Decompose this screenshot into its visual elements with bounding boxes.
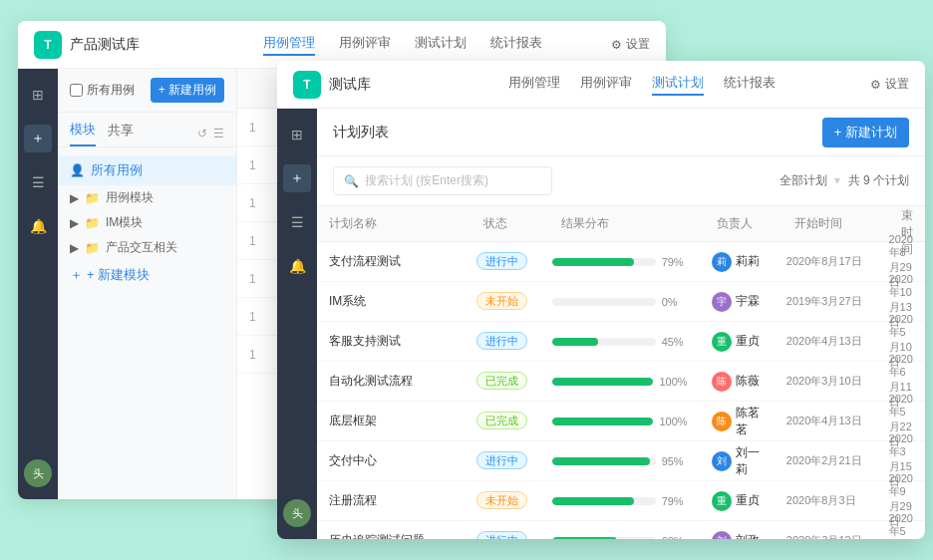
- plan-owner: 刘 刘政: [700, 531, 775, 540]
- owner-name: 莉莉: [736, 253, 760, 270]
- progress-pct: 79%: [662, 495, 688, 507]
- progress-bar-fill: [552, 418, 654, 425]
- folder-icon-2: 📁: [85, 216, 100, 230]
- back-user-avatar[interactable]: 头: [24, 459, 52, 487]
- plan-row[interactable]: 自动化测试流程 已完成 100% 陈 陈薇 2020年3月10日 2020年6月…: [317, 362, 925, 402]
- back-nav-tabs: 用例管理 用例评审 测试计划 统计报表: [193, 34, 611, 56]
- tree-group-im[interactable]: ▶ 📁 IM模块: [58, 210, 236, 235]
- folder-icon: 📁: [85, 191, 100, 205]
- front-sidebar-list[interactable]: ☰: [283, 208, 311, 236]
- tree-group-product[interactable]: ▶ 📁 产品交互相关: [58, 235, 236, 260]
- plan-name: 客服支持测试: [317, 333, 465, 350]
- all-cases-check[interactable]: 所有用例: [70, 82, 135, 99]
- back-logo-area: T 产品测试库: [34, 31, 193, 59]
- new-module-btn[interactable]: ＋ + 新建模块: [58, 260, 236, 290]
- plan-table-header: 计划名称 状态 结果分布 负责人 开始时间 结束时间: [317, 206, 925, 242]
- back-tab-stats[interactable]: 统计报表: [490, 34, 542, 56]
- back-tab-case-mgmt[interactable]: 用例管理: [263, 34, 315, 56]
- plan-start: 2020年2月21日: [775, 453, 877, 468]
- refresh-icon[interactable]: ↺: [197, 127, 207, 140]
- pth-start: 开始时间: [782, 215, 889, 232]
- plan-dist: 79%: [540, 495, 700, 507]
- plan-status: 未开始: [465, 493, 539, 508]
- plan-status: 进行中: [465, 334, 539, 349]
- progress-pct: 95%: [662, 455, 688, 467]
- owner-avatar: 陈: [712, 372, 732, 392]
- owner-name: 陈茗茗: [736, 405, 763, 438]
- back-logo-icon: T: [34, 31, 62, 59]
- plan-row[interactable]: 底层框架 已完成 100% 陈 陈茗茗 2020年4月13日 2020年5月22…: [317, 402, 925, 441]
- plan-start: 2020年8月17日: [775, 254, 877, 269]
- back-tab-case-review[interactable]: 用例评审: [339, 34, 391, 56]
- sidebar-list-icon[interactable]: ☰: [24, 168, 52, 196]
- front-logo-icon: T: [293, 71, 321, 99]
- plan-status: 进行中: [465, 453, 539, 468]
- new-plan-button[interactable]: + 新建计划: [822, 118, 909, 147]
- progress-bar-fill: [552, 537, 618, 540]
- all-cases-checkbox[interactable]: [70, 84, 83, 97]
- plan-dist: 95%: [540, 455, 700, 467]
- front-logo-area: T 测试库: [293, 71, 413, 99]
- front-sidebar-grid[interactable]: ⊞: [283, 121, 311, 148]
- owner-name: 宇霖: [736, 293, 760, 310]
- plan-search-box[interactable]: 🔍 搜索计划 (按Enter搜索): [333, 166, 552, 195]
- back-settings-btn[interactable]: ⚙ 设置: [611, 36, 650, 53]
- owner-avatar: 刘: [712, 451, 732, 471]
- plan-row[interactable]: 历史追踪测试问题 进行中 63% 刘 刘政 2020年3月12日 2020年5月…: [317, 521, 925, 539]
- plan-start: 2020年3月12日: [775, 533, 877, 539]
- new-case-button[interactable]: + 新建用例: [151, 78, 224, 103]
- front-tab-case-review[interactable]: 用例评审: [580, 74, 632, 96]
- plan-owner: 宇 宇霖: [700, 292, 775, 312]
- front-main: ⊞ ＋ ☰ 🔔 头 计划列表 + 新建计划 🔍 搜索计划 (按Enter搜索): [277, 109, 925, 539]
- front-user-avatar[interactable]: 头: [283, 499, 311, 527]
- front-tab-stats[interactable]: 统计报表: [724, 74, 776, 96]
- settings-icon-front: ⚙: [870, 78, 881, 92]
- progress-bar-wrap: [552, 418, 654, 425]
- plan-name: 历史追踪测试问题: [317, 532, 465, 539]
- plan-owner: 陈 陈茗茗: [700, 405, 775, 438]
- plan-status: 已完成: [465, 374, 539, 389]
- owner-avatar: 重: [712, 491, 732, 511]
- plan-name: IM系统: [317, 293, 465, 310]
- plan-row[interactable]: 注册流程 未开始 79% 重 重贞 2020年8月3日 2020年9月29日: [317, 481, 925, 521]
- plan-start: 2020年3月10日: [775, 374, 877, 389]
- plan-content: 计划列表 + 新建计划 🔍 搜索计划 (按Enter搜索) 全部计划 ▾ 共 9…: [317, 109, 925, 539]
- plan-row[interactable]: IM系统 未开始 0% 宇 宇霖 2019年3月27日 2020年10月13日: [317, 282, 925, 322]
- plan-row[interactable]: 支付流程测试 进行中 79% 莉 莉莉 2020年8月17日 2020年8月29…: [317, 242, 925, 282]
- front-nav-tabs: 用例管理 用例评审 测试计划 统计报表: [413, 74, 870, 96]
- progress-pct: 0%: [662, 296, 688, 308]
- back-sidebar: ⊞ ＋ ☰ 🔔 头: [18, 69, 58, 499]
- plus-icon: ＋: [70, 266, 83, 284]
- plan-status: 进行中: [465, 254, 539, 269]
- pth-name: 计划名称: [317, 215, 471, 232]
- front-tab-test-plan[interactable]: 测试计划: [652, 74, 704, 96]
- front-tab-case-mgmt[interactable]: 用例管理: [508, 74, 560, 96]
- plan-row[interactable]: 交付中心 进行中 95% 刘 刘一莉 2020年2月21日 2020年3月15日: [317, 441, 925, 481]
- back-tab-test-plan[interactable]: 测试计划: [415, 34, 466, 56]
- sidebar-plus-icon[interactable]: ＋: [24, 125, 52, 152]
- tab-share[interactable]: 共享: [108, 122, 134, 145]
- plan-row[interactable]: 客服支持测试 进行中 45% 重 重贞 2020年4月13日 2020年5月10…: [317, 322, 925, 362]
- tree-group-case[interactable]: ▶ 📁 用例模块: [58, 185, 236, 210]
- front-settings-area[interactable]: ⚙ 设置: [870, 76, 909, 93]
- sidebar-grid-icon[interactable]: ⊞: [24, 81, 52, 109]
- plan-owner: 刘 刘一莉: [700, 444, 775, 478]
- plan-dist: 63%: [540, 535, 700, 540]
- front-sidebar-bell[interactable]: 🔔: [283, 252, 311, 280]
- sidebar-bell-icon[interactable]: 🔔: [24, 212, 52, 240]
- tree-all-cases[interactable]: 👤 所有用例: [58, 155, 236, 185]
- plan-start: 2020年4月13日: [775, 334, 877, 349]
- plan-header: 计划列表 + 新建计划: [317, 109, 925, 156]
- plan-dist: 100%: [540, 376, 700, 388]
- plan-rows: 支付流程测试 进行中 79% 莉 莉莉 2020年8月17日 2020年8月29…: [317, 242, 925, 539]
- pth-dist: 结果分布: [549, 215, 704, 232]
- tab-module[interactable]: 模块: [70, 121, 96, 146]
- plan-name: 自动化测试流程: [317, 373, 465, 390]
- front-app-title: 测试库: [329, 76, 371, 94]
- progress-bar-wrap: [552, 258, 656, 266]
- owner-avatar: 重: [712, 332, 732, 352]
- progress-pct: 45%: [662, 336, 688, 348]
- front-sidebar-plus[interactable]: ＋: [283, 164, 311, 192]
- menu-icon[interactable]: ☰: [213, 127, 224, 140]
- plan-end: 2020年5月12日: [877, 512, 925, 539]
